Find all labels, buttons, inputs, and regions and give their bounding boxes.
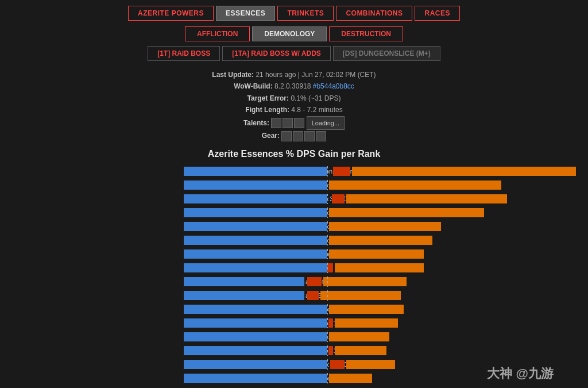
bars-area: [184, 263, 582, 273]
bar-blue: [184, 277, 304, 286]
bar-orange: [335, 346, 386, 355]
bar-blue: [184, 263, 327, 272]
bar-orange: [346, 194, 507, 203]
fight-nav: [1T] RAID BOSS [1TA] RAID BOSS W/ ADDS […: [0, 44, 588, 66]
talent-icons: [271, 118, 304, 128]
nav-trinkets[interactable]: TRINKETS: [277, 6, 334, 21]
fight-dungeonslice[interactable]: [DS] DUNGEONSLICE (M+): [333, 46, 440, 61]
nav-azerite-powers[interactable]: AZERITE POWERS: [128, 6, 214, 21]
bar-row: Memory of Lucid Dreams (Minor): [184, 262, 582, 274]
gear-label: Gear:: [262, 132, 280, 140]
fight-length-value: 4.8 - 7.2 minutes: [291, 106, 342, 114]
bar-blue: [184, 305, 327, 314]
talents-row: Talents: Loading...: [0, 116, 588, 130]
bar-orange: [329, 305, 404, 314]
wow-build-value: 8.2.0.30918: [274, 82, 311, 90]
wow-build-hash: #b544a0b8cc: [313, 82, 354, 90]
gear-icon-2: [293, 131, 303, 141]
chart-container: Vision of Perfection (Major)Conflict and…: [6, 165, 582, 385]
bars-area: [184, 208, 582, 218]
bars-area: [184, 249, 582, 259]
target-error-row: Target Error: 0.1% (~31 DPS): [0, 93, 588, 104]
bar-red: [328, 346, 333, 355]
info-section: Last Update: 21 hours ago | Jun 27, 02:0…: [0, 66, 588, 144]
gear-icons: [281, 131, 326, 141]
bar-orange: [335, 318, 398, 328]
nav-essences[interactable]: ESSENCES: [216, 6, 275, 21]
bar-row: Memory of Lucid Dreams (Major): [184, 248, 582, 260]
bar-orange: [329, 208, 484, 217]
last-update-value: 21 hours ago | Jun 27, 02:02 PM (CET): [256, 71, 376, 79]
bar-red: [333, 167, 350, 176]
bars-area: [184, 304, 582, 314]
chart-title: Azerite Essences % DPS Gain per Rank: [6, 144, 582, 165]
bar-red: [307, 277, 322, 286]
bars-area: [184, 318, 582, 328]
gear-icon-4: [316, 131, 326, 141]
bar-orange: [335, 263, 424, 272]
wow-build-row: WoW-Build: 8.2.0.30918 #b544a0b8cc: [0, 80, 588, 92]
dashed-line: [327, 166, 328, 176]
bars-area: [184, 235, 582, 245]
spec-affliction[interactable]: AFFLICTION: [185, 26, 250, 41]
bar-row: Conflict and Strife (Minor)–talents:3103…: [184, 179, 582, 191]
talent-icon-2: [283, 118, 293, 128]
spec-destruction[interactable]: DESTRUCTION: [329, 26, 403, 41]
bars-area: [184, 180, 582, 190]
bar-red: [330, 360, 345, 369]
fight-length-label: Fight Length:: [245, 106, 289, 114]
nav-combinations[interactable]: COMBINATIONS: [336, 6, 412, 21]
talent-icon-1: [271, 118, 281, 128]
dashed-line: [327, 194, 328, 204]
bars-area: [184, 345, 582, 356]
dashed-line: [327, 373, 328, 383]
bars-area: [184, 290, 582, 301]
bar-blue: [184, 236, 327, 245]
bar-row: Memory of Lucid Dreams (Minor)–talents:3…: [184, 234, 582, 247]
bars-area: [184, 194, 582, 204]
chart-section: Azerite Essences % DPS Gain per Rank Vis…: [0, 144, 588, 385]
bar-row: The Crucible of Flame (Minor)–talents:31…: [184, 344, 582, 357]
bar-orange: [329, 374, 372, 383]
dashed-line: [327, 221, 328, 232]
dashed-line: [327, 332, 328, 342]
gear-icon-3: [304, 131, 315, 141]
bar-red: [327, 263, 333, 272]
bar-red: [307, 291, 319, 300]
bar-blue: [184, 374, 327, 383]
spec-nav: AFFLICTION DEMONOLOGY DESTRUCTION: [0, 24, 588, 44]
nav-races[interactable]: RACES: [415, 6, 460, 21]
bar-orange: [323, 277, 407, 286]
bar-blue: [184, 291, 304, 300]
bar-blue: [184, 249, 327, 259]
dashed-line: [327, 290, 328, 301]
dashed-line: [327, 249, 328, 259]
gear-row: Gear:: [0, 130, 588, 141]
bar-row: Conflict and Strife (Major)–talents:3103…: [184, 206, 582, 219]
bar-blue: [184, 180, 327, 190]
fight-raid-boss-adds[interactable]: [1TA] RAID BOSS W/ ADDS: [222, 46, 331, 61]
bar-orange: [329, 180, 501, 190]
loading-indicator: Loading...: [307, 116, 345, 130]
bars-area: [184, 221, 582, 232]
bar-orange: [346, 360, 395, 369]
watermark: 大神 @九游: [487, 365, 554, 382]
bars-area: [184, 332, 582, 342]
target-error-label: Target Error:: [247, 94, 289, 102]
gear-icon-1: [281, 131, 292, 141]
bars-area: [184, 166, 582, 176]
bar-orange: [329, 332, 389, 341]
dashed-line: [327, 304, 328, 314]
bar-row: Purification Protocol (Major)–talents:31…: [184, 331, 582, 343]
bar-row: Vision of Perfection (Major): [184, 165, 582, 178]
fight-raid-boss[interactable]: [1T] RAID BOSS: [148, 46, 220, 61]
bar-orange: [329, 249, 424, 259]
bar-row: Memory of Lucid Dreams (Major)–talents:3…: [184, 220, 582, 233]
spec-demonology[interactable]: DEMONOLOGY: [252, 26, 327, 41]
bar-row: Conflict and Strife (Minor): [184, 289, 582, 302]
dashed-line: [327, 318, 328, 328]
dashed-line: [327, 235, 328, 245]
bars-area: [184, 276, 582, 287]
dashed-line: [327, 359, 328, 370]
bar-blue: [184, 222, 327, 231]
